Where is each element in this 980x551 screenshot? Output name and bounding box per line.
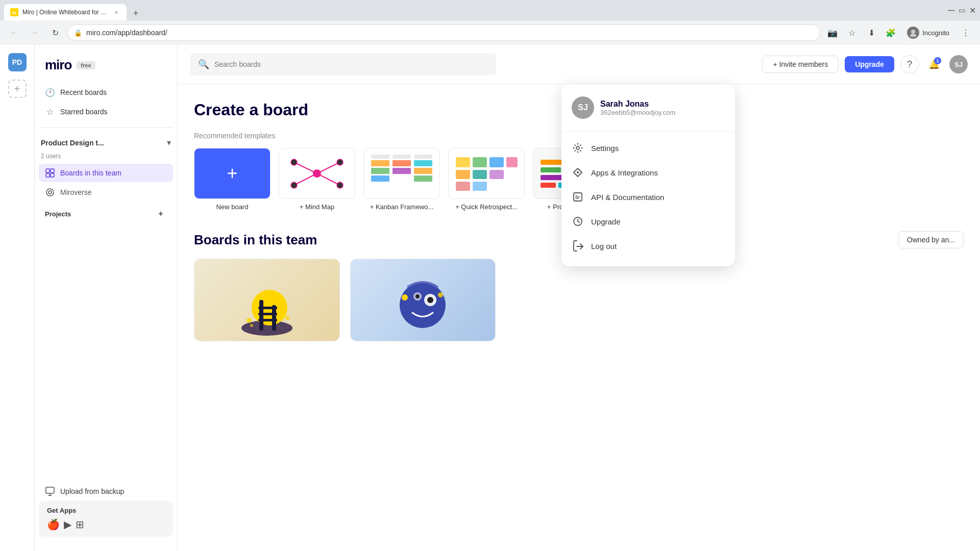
invite-members-button[interactable]: + Invite members xyxy=(762,56,839,73)
download-icon[interactable]: ⬇ xyxy=(863,24,879,41)
svg-point-65 xyxy=(577,171,579,173)
sidebar-item-boards-in-team[interactable]: Boards in this team xyxy=(39,164,173,182)
apps-integrations-icon xyxy=(572,166,584,179)
search-icon: 🔍 xyxy=(198,59,209,70)
retro-template[interactable]: + Quick Retrospect... xyxy=(448,148,525,211)
sidebar-item-upload[interactable]: Upload from backup xyxy=(39,482,173,500)
notifications-button[interactable]: 🔔 1 xyxy=(925,55,943,73)
mind-map-label: + Mind Map xyxy=(300,203,334,211)
cast-icon[interactable]: 📷 xyxy=(824,24,841,41)
bookmark-icon[interactable]: ☆ xyxy=(844,24,860,41)
svg-rect-37 xyxy=(489,170,504,179)
user-avatar-button[interactable]: SJ xyxy=(949,55,968,73)
svg-point-3 xyxy=(910,34,916,37)
notification-badge: 1 xyxy=(934,57,941,64)
upload-icon xyxy=(45,486,55,496)
svg-rect-10 xyxy=(46,487,54,493)
mind-map-template[interactable]: + Mind Map xyxy=(279,148,355,211)
windows-icon: ⊞ xyxy=(76,518,84,531)
add-project-button[interactable]: + xyxy=(155,208,167,220)
app-content: PD + miro free 🕐 Recent boards ☆ Starred… xyxy=(0,45,980,551)
team-dropdown[interactable]: Product Design t... ▾ xyxy=(35,134,177,152)
svg-rect-6 xyxy=(46,173,50,177)
logout-icon xyxy=(572,240,584,252)
search-input[interactable] xyxy=(214,60,488,68)
new-tab-button[interactable]: + xyxy=(129,6,143,20)
main-header: 🔍 + Invite members Upgrade ? 🔔 1 xyxy=(178,45,980,84)
team-name: Product Design t... xyxy=(41,139,163,147)
add-workspace-button[interactable]: + xyxy=(8,80,27,98)
board-card-1[interactable] xyxy=(194,259,340,341)
sidebar-item-miroverse[interactable]: Miroverse xyxy=(39,183,173,202)
tab-close-button[interactable]: × xyxy=(112,8,120,16)
sidebar-divider xyxy=(39,127,173,128)
board-card-2[interactable] xyxy=(350,259,496,341)
back-button[interactable]: ← xyxy=(6,24,22,41)
browser-frame: m Miro | Online Whiteboard for Vi... × +… xyxy=(0,0,980,551)
upgrade-button[interactable]: Upgrade xyxy=(845,56,894,72)
incognito-avatar xyxy=(907,27,919,39)
svg-rect-5 xyxy=(51,169,54,172)
minimize-button[interactable]: ─ xyxy=(948,5,954,16)
svg-rect-32 xyxy=(473,157,487,167)
dropdown-email: 362eebb5@moodjoy.com xyxy=(600,109,675,116)
svg-rect-38 xyxy=(456,182,470,191)
active-tab[interactable]: m Miro | Online Whiteboard for Vi... × xyxy=(4,4,127,20)
tab-title: Miro | Online Whiteboard for Vi... xyxy=(22,9,108,16)
sidebar-item-recent[interactable]: 🕐 Recent boards xyxy=(39,83,173,102)
svg-point-59 xyxy=(427,297,433,303)
incognito-badge[interactable]: Incognito xyxy=(902,24,954,41)
svg-rect-30 xyxy=(414,176,432,182)
svg-rect-34 xyxy=(506,157,518,167)
recent-label: Recent boards xyxy=(60,88,107,96)
dropdown-settings-item[interactable]: Settings xyxy=(561,136,735,160)
svg-rect-24 xyxy=(393,155,411,159)
svg-rect-44 xyxy=(541,183,556,188)
apple-icon: 🍎 xyxy=(47,518,60,531)
kanban-label: + Kanban Framewo... xyxy=(370,203,434,211)
boards-filter-button[interactable]: Owned by an... xyxy=(898,231,964,248)
dropdown-logout-item[interactable]: Log out xyxy=(561,234,735,258)
api-documentation-icon xyxy=(572,191,584,203)
upgrade-label: Upgrade xyxy=(855,60,884,68)
extensions-icon[interactable]: 🧩 xyxy=(883,24,899,41)
boards-grid xyxy=(194,259,964,341)
svg-rect-39 xyxy=(473,182,487,191)
tab-favicon: m xyxy=(10,8,18,16)
boards-in-team-label: Boards in this team xyxy=(60,169,121,177)
dropdown-apps-item[interactable]: Apps & Integrations xyxy=(561,160,735,185)
dropdown-api-item[interactable]: API & Documentation xyxy=(561,185,735,209)
svg-point-63 xyxy=(438,292,443,297)
boards-icon xyxy=(45,168,55,178)
search-bar[interactable]: 🔍 xyxy=(190,53,496,76)
logo-text: miro xyxy=(45,57,71,73)
svg-rect-25 xyxy=(393,160,411,166)
dropdown-user-details: Sarah Jonas 362eebb5@moodjoy.com xyxy=(600,99,675,116)
filter-label: Owned by an... xyxy=(907,236,955,244)
maximize-button[interactable]: ▭ xyxy=(959,6,965,14)
miroverse-label: Miroverse xyxy=(60,188,91,196)
svg-rect-31 xyxy=(456,157,470,167)
free-badge: free xyxy=(77,61,95,69)
rail-avatar[interactable]: PD xyxy=(8,53,27,71)
kanban-template[interactable]: + Kanban Framewo... xyxy=(363,148,440,211)
get-apps-card[interactable]: Get Apps 🍎 ▶ ⊞ xyxy=(39,500,173,537)
svg-point-62 xyxy=(402,294,408,300)
menu-icon[interactable]: ⋮ xyxy=(958,24,974,41)
close-window-button[interactable]: ✕ xyxy=(969,6,976,15)
new-board-label: New board xyxy=(216,203,249,211)
user-dropdown: SJ Sarah Jonas 362eebb5@moodjoy.com Sett… xyxy=(561,84,735,266)
address-bar[interactable]: 🔒 miro.com/app/dashboard/ xyxy=(67,24,820,41)
projects-label: Projects xyxy=(45,210,71,218)
sidebar-item-starred[interactable]: ☆ Starred boards xyxy=(39,103,173,121)
svg-rect-52 xyxy=(258,313,277,315)
refresh-button[interactable]: ↻ xyxy=(47,24,63,41)
forward-button[interactable]: → xyxy=(27,24,43,41)
help-button[interactable]: ? xyxy=(900,55,919,73)
svg-rect-53 xyxy=(258,319,277,321)
dropdown-upgrade-item[interactable]: Upgrade xyxy=(561,209,735,234)
svg-rect-7 xyxy=(51,173,54,177)
browser-tabs: m Miro | Online Whiteboard for Vi... × + xyxy=(4,0,143,20)
new-board-template[interactable]: + New board xyxy=(194,148,271,211)
sidebar: miro free 🕐 Recent boards ☆ Starred boar… xyxy=(35,45,178,551)
